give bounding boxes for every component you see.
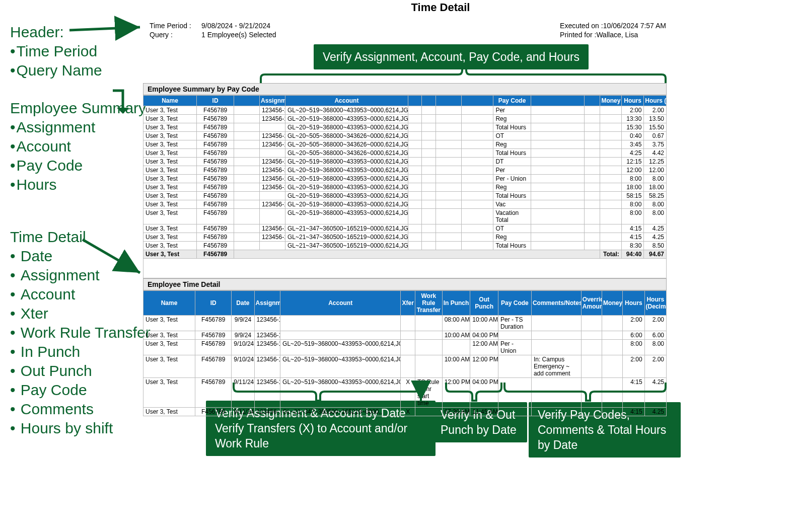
cell [498,331,531,340]
cell: 2.00 [644,106,667,115]
cell: F456789 [195,331,232,340]
detail-col-header: Comments/Notes [531,291,581,316]
summary-col-header: Hours [621,96,644,106]
annot-item: Xter [10,304,151,323]
cell [422,242,436,250]
cell [602,378,623,408]
cell: 123456-10 [254,378,280,408]
cell: TS Rule 1-2hr start time [415,378,443,408]
detail-col-header: Date [232,291,254,316]
cell: DT [493,158,531,166]
cell: User 3, Test [143,106,197,115]
cell [584,166,600,175]
cell [234,140,260,149]
annot-item: Time Period [10,42,102,61]
cell: 9/11/24 [232,378,254,408]
cell: GL~20~519~368000~433953~0000,6214,JG3A [285,175,408,183]
cell: 13:30 [621,115,644,123]
cell [234,209,260,224]
cell [600,242,621,250]
cell: F456789 [197,123,234,132]
cell: GL~20~505~368000~343626~0000,6214,JG3A [285,140,408,149]
cell: Vac [493,200,531,209]
total-hours: 94:40 [621,250,644,259]
cell [401,340,415,355]
cell: F456789 [195,340,232,355]
cell: 8.00 [644,175,667,183]
cell: F456789 [197,192,234,200]
cell [408,132,422,140]
cell: 4:25 [621,149,644,158]
cell [408,140,422,149]
summary-col-header: Hours (Decima [644,96,667,106]
table-row: User 3, TestF456789GL~20~519~368000~4339… [143,192,667,200]
cell [260,123,285,132]
cell [461,192,493,200]
cell: 4:15 [623,378,644,408]
cell: 04:00 PM [470,378,498,408]
cell [436,242,461,250]
summary-col-header: Pay Code [493,96,531,106]
detail-col-header: Hours (Decima [644,291,666,316]
cell: 04:00 PM [470,331,498,340]
cell [234,115,260,123]
cell: User 3, Test [143,378,195,408]
summary-col-header [408,96,422,106]
total-label: Total: [600,250,621,259]
printed-for: Printed for :Wallace, Lisa [560,30,666,39]
summary-col-header: Name [143,96,197,106]
annot-item: Query Name [10,61,102,80]
cell [415,316,443,331]
cell [531,123,584,132]
cell [415,331,443,340]
cell [531,209,584,224]
annot-item: Out Punch [10,361,151,381]
cell: User 3, Test [143,224,197,233]
detail-col-header: Pay Code [498,291,531,316]
cell [581,340,602,355]
cell [531,331,581,340]
cell [531,233,584,242]
cell: F456789 [195,355,232,378]
cell [436,140,461,149]
cell: User 3, Test [143,209,197,224]
annot-item: Hours by shift [10,419,151,438]
cell: GL~20~519~368000~433953~0000,6214,JG3A [285,183,408,192]
cell [581,331,602,340]
summary-section-header: Employee Summary by Pay Code [143,83,667,95]
cell: Reg [493,140,531,149]
cell: Reg [493,183,531,192]
cell: 123456-12 [260,115,285,123]
table-row: User 3, TestF4567899/10/24123456-10GL~20… [143,355,667,378]
cell [422,224,436,233]
cell [461,233,493,242]
cell: 10:00 AM [470,316,498,331]
cell: GL~20~519~368000~433953~0000,6214,JG3A [285,106,408,115]
annot-header: Header: Time PeriodQuery Name [10,23,102,80]
cell: 123456-12 [254,316,280,331]
cell [461,140,493,149]
cell: F456789 [197,209,234,224]
cell [422,200,436,209]
detail-col-header: ID [195,291,232,316]
cell [422,115,436,123]
cell: User 3, Test [143,132,197,140]
cell [461,183,493,192]
cell: 07:30 AM [442,408,470,416]
detail-col-header: Hours [623,291,644,316]
cell [408,192,422,200]
cell: 3.75 [644,140,667,149]
detail-col-header: In Punch [442,291,470,316]
cell: 15:30 [621,123,644,132]
cell: 12:15 [621,158,644,166]
table-gap [143,259,667,278]
cell: 8:00 [621,200,644,209]
cell [234,166,260,175]
cell [461,224,493,233]
value-query: 1 Employee(s) Selected [201,30,276,39]
cell: 123456-10 [254,408,280,416]
cell [234,132,260,140]
cell [280,316,401,331]
cell [584,115,600,123]
cell: GL~20~519~368000~433953~0000,6214,JG3A [285,200,408,209]
